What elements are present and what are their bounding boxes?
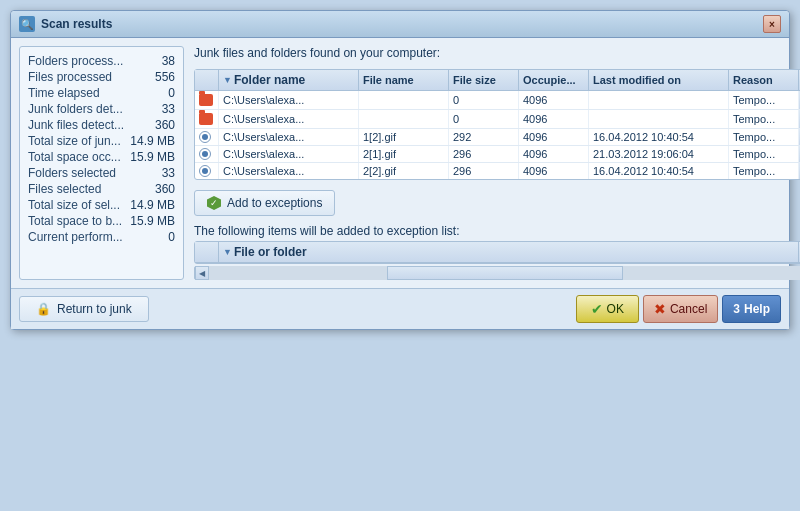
folder-icon — [199, 93, 213, 107]
filesize-cell: 0 — [449, 110, 519, 128]
stats-list: Folders process...38Files processed556Ti… — [28, 53, 175, 245]
stat-value: 556 — [155, 70, 175, 84]
lastmod-cell: 21.03.2012 19:06:04 — [589, 146, 729, 162]
folder-cell: C:\Users\alexa... — [219, 110, 359, 128]
window-title: Scan results — [41, 17, 112, 31]
stat-row: Total size of jun...14.9 MB — [28, 133, 175, 149]
add-exceptions-button[interactable]: ✓ Add to exceptions — [194, 190, 335, 216]
stat-row: Files processed556 — [28, 69, 175, 85]
stat-label: Folders selected — [28, 166, 116, 180]
occupied-cell: 4096 — [519, 146, 589, 162]
exceptions-header: ▼ File or folder — [195, 242, 800, 263]
stat-value: 14.9 MB — [130, 134, 175, 148]
stat-value: 14.9 MB — [130, 198, 175, 212]
stat-label: Files selected — [28, 182, 101, 196]
cancel-x-icon: ✖ — [654, 301, 666, 317]
reason-cell: Tempo... — [729, 110, 799, 128]
stat-value: 38 — [162, 54, 175, 68]
stat-value: 15.9 MB — [130, 150, 175, 164]
help-button[interactable]: 3 Help — [722, 295, 781, 323]
filename-cell: 2[1].gif — [359, 146, 449, 162]
filesize-cell: 0 — [449, 91, 519, 109]
occupied-cell: 4096 — [519, 129, 589, 145]
stat-row: Total space occ...15.9 MB — [28, 149, 175, 165]
table-body: C:\Users\alexa...04096Tempo...C:\Users\a… — [195, 91, 800, 179]
radio-icon[interactable] — [199, 131, 211, 143]
scroll-left-btn[interactable]: ◀ — [195, 266, 209, 280]
col-filesize: File size — [449, 70, 519, 90]
stat-row: Folders selected33 — [28, 165, 175, 181]
filesize-cell: 296 — [449, 163, 519, 179]
table-row[interactable]: C:\Users\alexa...04096Tempo... — [195, 91, 800, 110]
stat-row: Junk folders det...33 — [28, 101, 175, 117]
title-bar: 🔍 Scan results × — [11, 11, 789, 38]
scrollbar-thumb[interactable] — [387, 266, 624, 280]
col-lastmod: Last modified on — [589, 70, 729, 90]
ok-check-icon: ✔ — [591, 301, 603, 317]
return-to-junk-button[interactable]: 🔒 Return to junk — [19, 296, 149, 322]
table-row[interactable]: C:\Users\alexa...04096Tempo... — [195, 110, 800, 129]
stat-label: Time elapsed — [28, 86, 100, 100]
stat-value: 0 — [168, 230, 175, 244]
occupied-cell: 4096 — [519, 91, 589, 109]
row-icon-cell — [195, 129, 219, 145]
stat-label: Total size of jun... — [28, 134, 121, 148]
lastmod-cell: 16.04.2012 10:40:54 — [589, 129, 729, 145]
stat-label: Total size of sel... — [28, 198, 120, 212]
stats-panel: Folders process...38Files processed556Ti… — [19, 46, 184, 280]
stat-label: Total space to b... — [28, 214, 122, 228]
stat-row: Folders process...38 — [28, 53, 175, 69]
stat-label: Junk files detect... — [28, 118, 124, 132]
filesize-cell: 292 — [449, 129, 519, 145]
exc-col-checkbox — [195, 242, 219, 262]
radio-icon[interactable] — [199, 148, 211, 160]
sort-arrow-icon: ▼ — [223, 75, 232, 85]
row-icon-cell — [195, 91, 219, 109]
cancel-button[interactable]: ✖ Cancel — [643, 295, 718, 323]
horizontal-scrollbar[interactable]: ◀ ▶ — [194, 266, 800, 280]
stat-row: Total space to b...15.9 MB — [28, 213, 175, 229]
radio-icon[interactable] — [199, 165, 211, 177]
col-reason: Reason — [729, 70, 799, 90]
exc-col-file[interactable]: ▼ File or folder — [219, 242, 799, 262]
stat-label: Total space occ... — [28, 150, 121, 164]
reason-cell: Tempo... — [729, 129, 799, 145]
stat-value: 0 — [168, 86, 175, 100]
folder-cell: C:\Users\alexa... — [219, 146, 359, 162]
stat-label: Folders process... — [28, 54, 123, 68]
col-folder[interactable]: ▼ Folder name — [219, 70, 359, 90]
close-button[interactable]: × — [763, 15, 781, 33]
occupied-cell: 4096 — [519, 163, 589, 179]
table-row[interactable]: C:\Users\alexa...2[2].gif296409616.04.20… — [195, 163, 800, 179]
junk-files-table: ▼ Folder name File name File size Occupi… — [194, 69, 800, 180]
exceptions-section-label: The following items will be added to exc… — [194, 224, 800, 238]
exc-sort-arrow-icon: ▼ — [223, 247, 232, 257]
scrollbar-track[interactable] — [209, 266, 800, 280]
reason-cell: Tempo... — [729, 91, 799, 109]
main-content: Folders process...38Files processed556Ti… — [11, 38, 789, 288]
folder-cell: C:\Users\alexa... — [219, 163, 359, 179]
stat-label: Junk folders det... — [28, 102, 123, 116]
stat-row: Current perform...0 — [28, 229, 175, 245]
lastmod-cell — [589, 91, 729, 109]
stat-value: 15.9 MB — [130, 214, 175, 228]
stat-row: Total size of sel...14.9 MB — [28, 197, 175, 213]
reason-cell: Tempo... — [729, 163, 799, 179]
col-filename: File name — [359, 70, 449, 90]
action-buttons: ✔ OK ✖ Cancel 3 Help — [576, 295, 781, 323]
col-occupied: Occupie... — [519, 70, 589, 90]
right-panel: Junk files and folders found on your com… — [194, 46, 800, 280]
table-row[interactable]: C:\Users\alexa...2[1].gif296409621.03.20… — [195, 146, 800, 163]
stat-label: Current perform... — [28, 230, 123, 244]
bottom-bar: 🔒 Return to junk ✔ OK ✖ Cancel 3 Help — [11, 288, 789, 329]
stat-value: 33 — [162, 102, 175, 116]
stat-value: 360 — [155, 182, 175, 196]
ok-button[interactable]: ✔ OK — [576, 295, 639, 323]
exceptions-section: The following items will be added to exc… — [194, 224, 800, 280]
lastmod-cell: 16.04.2012 10:40:54 — [589, 163, 729, 179]
filesize-cell: 296 — [449, 146, 519, 162]
filename-cell — [359, 110, 449, 128]
lock-icon: 🔒 — [36, 302, 51, 316]
table-row[interactable]: C:\Users\alexa...1[2].gif292409616.04.20… — [195, 129, 800, 146]
folder-icon — [199, 112, 213, 126]
